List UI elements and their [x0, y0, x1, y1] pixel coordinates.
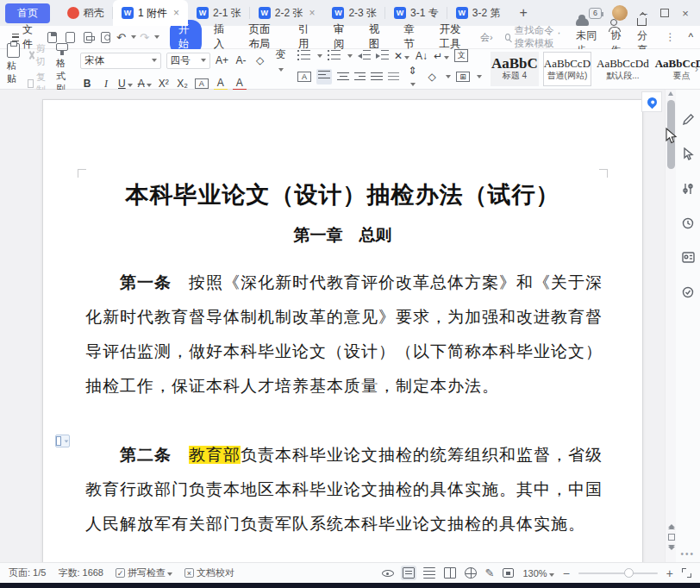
previous-page-icon[interactable] [668, 524, 675, 528]
zoom-out-button[interactable]: − [563, 566, 570, 580]
superscript-button[interactable]: X² [157, 78, 171, 90]
doc-tab-3-2[interactable]: W 3-2 第 [447, 0, 509, 26]
redo-icon[interactable]: ↷ [140, 31, 149, 44]
undo-icon[interactable]: ↶ [116, 31, 126, 44]
strip-more-icon[interactable]: ••• [680, 549, 695, 559]
style-keypoints[interactable]: AaBbCcDc 要点 [654, 52, 700, 86]
subscript-button[interactable]: X₂ [176, 78, 190, 90]
print-preview-icon[interactable] [101, 32, 110, 43]
collapse-ribbon-icon[interactable]: ^ [688, 31, 693, 43]
select-browse-object-icon[interactable] [668, 534, 675, 541]
line-spacing-button[interactable]: ⇕ [404, 65, 420, 89]
italic-button[interactable]: I [99, 78, 113, 91]
bold-button[interactable]: B [80, 78, 94, 90]
document-canvas[interactable]: 本科毕业论文（设计）抽检办法（试行） 第一章 总则 第一条 按照《深化新时代教育… [0, 90, 700, 562]
body-line: 第一条 按照《深化新时代教育评价改革总体方案》和《关于深 [85, 266, 600, 300]
tab-docer[interactable]: 稻壳 [59, 0, 113, 26]
next-page-icon[interactable] [668, 547, 675, 550]
char-border-button[interactable]: A [297, 72, 311, 82]
copy-icon [28, 79, 34, 88]
new-tab-button[interactable]: + [509, 5, 537, 21]
eye-protect-icon[interactable] [382, 570, 394, 577]
spellcheck-toggle[interactable]: ✓拼写检查 [116, 566, 172, 579]
bullet-list-button[interactable] [301, 50, 310, 61]
ribbon-expander-icon[interactable]: › [695, 63, 698, 75]
text-effects-button[interactable]: A [195, 78, 209, 89]
close-tab-icon[interactable]: × [173, 7, 179, 19]
close-tab-icon[interactable]: × [309, 7, 315, 19]
fit-page-icon[interactable] [503, 568, 514, 578]
borders-button[interactable]: ⊞ [456, 72, 470, 82]
doc-tab-attachment[interactable]: W 1 附件 × [113, 0, 188, 26]
badge-shield-icon[interactable] [681, 285, 696, 299]
page-view-button[interactable] [403, 567, 415, 579]
font-name-select[interactable]: 宋体 [80, 53, 161, 69]
doc-tab-2-2[interactable]: W 2-2 张 × [250, 0, 324, 26]
word-count[interactable]: 字数: 1668 [58, 566, 103, 579]
zoom-in-button[interactable]: + [666, 566, 673, 580]
align-right-button[interactable] [354, 72, 366, 82]
web-layout-button[interactable] [465, 567, 477, 579]
zoom-level[interactable]: 130% [522, 568, 553, 579]
outline-view-button[interactable] [423, 567, 435, 579]
paste-button[interactable]: 粘贴 [3, 43, 23, 96]
fullscreen-icon[interactable] [682, 568, 691, 578]
document-page[interactable]: 本科毕业论文（设计）抽检办法（试行） 第一章 总则 第一条 按照《深化新时代教育… [42, 99, 643, 562]
tab-home[interactable]: 首页 [5, 3, 50, 23]
member-menu[interactable]: 会 › [480, 31, 493, 44]
style-normal-web[interactable]: AaBbCcD 普通(网站) [543, 52, 591, 86]
shading-button[interactable]: ◇ [425, 71, 439, 83]
highlight-color-button[interactable]: A [214, 77, 228, 91]
read-layout-button[interactable] [444, 567, 456, 579]
save-icon[interactable] [47, 32, 57, 43]
undo-caret-icon[interactable] [131, 35, 136, 39]
increase-indent-button[interactable] [376, 50, 389, 61]
scroll-up-icon[interactable] [668, 91, 673, 96]
show-marks-button[interactable]: ↵ [434, 50, 449, 62]
doc-tab-3-1[interactable]: W 3-1 专 [385, 0, 447, 26]
cut-button[interactable]: 剪切 [28, 42, 48, 68]
zoom-slider[interactable] [578, 572, 658, 574]
underline-button[interactable]: U [118, 78, 133, 90]
adjust-slider-icon[interactable] [681, 181, 696, 196]
position-pin-box[interactable] [641, 91, 662, 112]
format-painter-button[interactable]: 格式刷 [53, 43, 72, 96]
cjk-layout-button[interactable]: 文 [454, 49, 468, 62]
chevron-down-icon [549, 573, 554, 577]
decrease-indent-button[interactable] [358, 50, 371, 61]
resume-card-icon[interactable] [681, 250, 696, 265]
doc-tab-2-1[interactable]: W 2-1 张 [188, 0, 250, 26]
doc-tab-2-3[interactable]: W 2-3 张 [323, 0, 385, 26]
align-left-button[interactable] [316, 69, 332, 84]
select-cursor-icon[interactable] [681, 147, 696, 161]
ink-pen-icon[interactable]: ✎ [485, 566, 495, 579]
paste-options-float[interactable] [55, 435, 70, 447]
style-default-para[interactable]: AaBbCcDd 默认段... [596, 52, 650, 86]
distribute-button[interactable] [388, 72, 400, 82]
wordart-button[interactable]: ✕ [394, 50, 409, 62]
vertical-scrollbar[interactable] [665, 90, 676, 562]
font-color-button[interactable]: A [233, 77, 247, 91]
quickbar-more-icon[interactable] [154, 35, 159, 39]
edit-pen-icon[interactable] [681, 112, 696, 127]
print-icon[interactable] [84, 32, 93, 43]
command-search[interactable]: 查找命令，搜索模板 [505, 24, 572, 50]
strikethrough-button[interactable]: A [138, 78, 152, 90]
doc-tab-label: 3-1 专 [410, 6, 439, 21]
more-menu-icon[interactable]: ⋮ [665, 31, 676, 43]
zoom-slider-thumb[interactable] [624, 568, 634, 578]
message-badge[interactable]: 6 [589, 8, 602, 19]
history-clock-icon[interactable] [681, 216, 696, 230]
align-center-button[interactable] [337, 72, 349, 82]
style-heading4[interactable]: AaBbC 标题 4 [491, 52, 539, 86]
export-icon[interactable] [66, 32, 75, 43]
align-justify-button[interactable] [371, 72, 383, 82]
clear-format-button[interactable]: ◇ [253, 54, 267, 66]
grow-font-button[interactable]: A+ [216, 54, 229, 66]
numbered-list-button[interactable] [331, 50, 341, 61]
phonetic-guide-button[interactable]: 变 [272, 47, 289, 74]
font-size-select[interactable]: 四号 [166, 53, 210, 69]
shrink-font-button[interactable]: A- [234, 54, 248, 66]
proofread-toggle[interactable]: ×文档校对 [184, 566, 234, 579]
sort-button[interactable]: A↓ [415, 50, 428, 62]
